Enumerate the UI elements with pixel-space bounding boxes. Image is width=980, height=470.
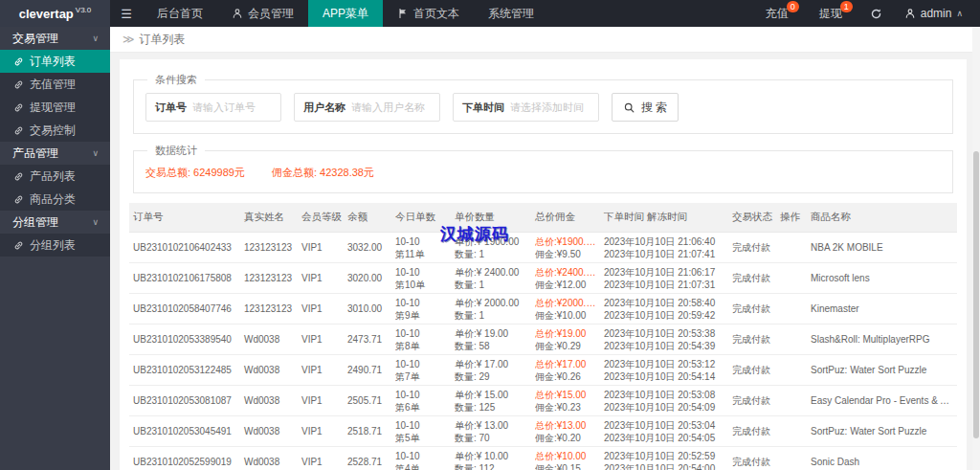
top-menu-item[interactable]: 系统管理 [474, 0, 548, 27]
trade-status: 完成付款 [728, 233, 776, 263]
product-name: Microsoft lens [807, 263, 957, 294]
user-menu[interactable]: admin ∧ [895, 0, 980, 27]
price-qty-line: 数量: 58 [455, 340, 527, 352]
price-qty: 单价:¥ 13.00数量: 70 [451, 416, 531, 447]
price-qty-line: 数量: 1 [455, 279, 527, 291]
today-orders-line: 第11单 [395, 248, 447, 260]
today-orders-line: 第9单 [395, 309, 447, 322]
order-times: 2023年10月10日 20:52:592023年10月10日 20:54:00 [600, 447, 728, 470]
price-qty: 单价:¥ 19.00数量: 58 [451, 325, 531, 355]
chevron-down-icon: ∨ [92, 217, 99, 227]
sidebar-item[interactable]: 商品分类 [0, 188, 110, 211]
refresh-button[interactable] [858, 0, 895, 27]
search-input[interactable] [510, 97, 598, 118]
table-row: UB2310102053389540Wd0038VIP12473.7110-10… [129, 325, 957, 355]
search-button[interactable]: 搜 索 [612, 93, 679, 122]
link-icon [13, 125, 24, 136]
today-orders: 10-10第5单 [391, 416, 451, 447]
top-menu-item[interactable]: 会员管理 [217, 0, 308, 27]
order-id: UB2310102053045491 [129, 416, 240, 447]
order-times: 2023年10月10日 20:53:082023年10月10日 20:54:09 [600, 386, 728, 416]
today-orders: 10-10第9单 [391, 294, 451, 325]
member-level: VIP1 [298, 294, 344, 325]
search-button-label: 搜 索 [641, 100, 667, 116]
top-menu-item[interactable]: 后台首页 [143, 0, 217, 27]
row-actions [776, 294, 807, 325]
product-name: SortPuz: Water Sort Puzzle [807, 355, 957, 386]
sidebar-item[interactable]: 交易控制 [0, 119, 110, 142]
member-level: VIP1 [298, 325, 344, 355]
member-level: VIP1 [298, 447, 344, 470]
search-input[interactable] [351, 97, 439, 118]
sidebar-group-title[interactable]: 交易管理∨ [0, 27, 110, 50]
price-qty: 单价:¥ 15.00数量: 125 [451, 386, 531, 416]
price-qty-line: 单价:¥ 19.00 [455, 327, 527, 340]
sidebar-item[interactable]: 提现管理 [0, 96, 110, 119]
sidebar-group-title[interactable]: 产品管理∨ [0, 142, 110, 165]
sidebar-item-label: 充值管理 [30, 77, 76, 93]
top-menu-item[interactable]: APP菜单 [308, 0, 383, 27]
order-times-line: 2023年10月10日 20:53:04 [604, 419, 724, 432]
price-qty-line: 单价:¥ 2400.00 [455, 266, 527, 279]
chevron-down-icon: ∨ [92, 148, 99, 158]
app-logo[interactable]: clevertap V3.0 [0, 0, 110, 27]
column-header: 操作 [776, 203, 807, 233]
row-actions [776, 325, 807, 355]
price-qty-line: 数量: 1 [455, 248, 527, 260]
order-times-line: 2023年10月10日 20:58:40 [604, 297, 724, 309]
watermark: 汉城源码 [440, 223, 509, 245]
real-name: 123123123 [240, 294, 298, 325]
today-orders-line: 第8单 [395, 340, 447, 352]
top-menu-label: 会员管理 [248, 6, 294, 22]
logo-text: clevertap [19, 7, 74, 21]
order-times-line: 2023年10月10日 20:54:05 [604, 432, 724, 444]
stats-fieldset: 数据统计 交易总额: 6249989元 佣金总额: 42328.38元 [133, 144, 953, 193]
top-menu-item[interactable]: 首页文本 [383, 0, 474, 27]
column-header: 下单时间 解冻时间 [600, 203, 728, 233]
scrollbar[interactable] [972, 27, 980, 470]
balance: 3032.00 [344, 233, 391, 263]
sidebar-item[interactable]: 订单列表 [0, 50, 110, 73]
sidebar-item[interactable]: 产品列表 [0, 165, 110, 188]
product-name: SortPuz: Water Sort Puzzle [807, 416, 957, 447]
top-action[interactable]: 提现1 [804, 0, 858, 27]
search-input[interactable] [192, 97, 280, 118]
total-commission: 总价:¥15.00佣金:¥0.23 [531, 386, 600, 416]
column-header: 订单号 [129, 203, 240, 233]
price-qty-line: 单价:¥ 13.00 [455, 419, 527, 432]
order-times: 2023年10月10日 20:53:042023年10月10日 20:54:05 [600, 416, 728, 447]
today-orders: 10-10第4单 [391, 447, 451, 470]
column-header: 交易状态 [728, 203, 776, 233]
person-icon [232, 8, 243, 19]
sidebar-item-label: 商品分类 [30, 191, 76, 208]
order-id: UB2310102053081087 [129, 386, 240, 416]
sidebar-group-title[interactable]: 分组管理∨ [0, 211, 110, 234]
hamburger-icon[interactable]: ☰ [110, 0, 143, 27]
order-times-line: 2023年10月10日 20:53:12 [604, 358, 724, 370]
column-header: 商品名称 [807, 203, 957, 233]
trade-status: 完成付款 [728, 386, 776, 416]
today-orders-line: 第5单 [395, 432, 447, 444]
price-qty-line: 单价:¥ 2000.00 [455, 297, 527, 309]
search-field-label: 用户名称 [295, 101, 351, 115]
member-level: VIP1 [298, 263, 344, 294]
order-times-line: 2023年10月10日 20:59:42 [604, 309, 724, 322]
member-level: VIP1 [298, 233, 344, 263]
balance: 3010.00 [344, 294, 391, 325]
scrollbar-thumb[interactable] [973, 151, 979, 438]
today-orders-line: 第10单 [395, 279, 447, 291]
orders-table: 订单号真实姓名会员等级余额今日单数单价数量总价佣金下单时间 解冻时间交易状态操作… [129, 203, 957, 470]
top-menu: 后台首页会员管理APP菜单首页文本系统管理 [143, 0, 548, 27]
total-commission: 总价:¥2400.00佣金:¥12.00 [531, 263, 600, 294]
sidebar-item-label: 分组列表 [30, 237, 76, 254]
top-action[interactable]: 充值0 [750, 0, 804, 27]
sidebar: 交易管理∨订单列表充值管理提现管理交易控制产品管理∨产品列表商品分类分组管理∨分… [0, 27, 110, 470]
sidebar-item[interactable]: 分组列表 [0, 234, 110, 257]
member-level: VIP1 [298, 386, 344, 416]
sidebar-item[interactable]: 充值管理 [0, 73, 110, 96]
notification-badge: 1 [840, 1, 853, 12]
row-actions [776, 263, 807, 294]
logo-version: V3.0 [76, 6, 91, 14]
real-name: 123123123 [240, 233, 298, 263]
top-menu-label: 系统管理 [488, 6, 534, 22]
